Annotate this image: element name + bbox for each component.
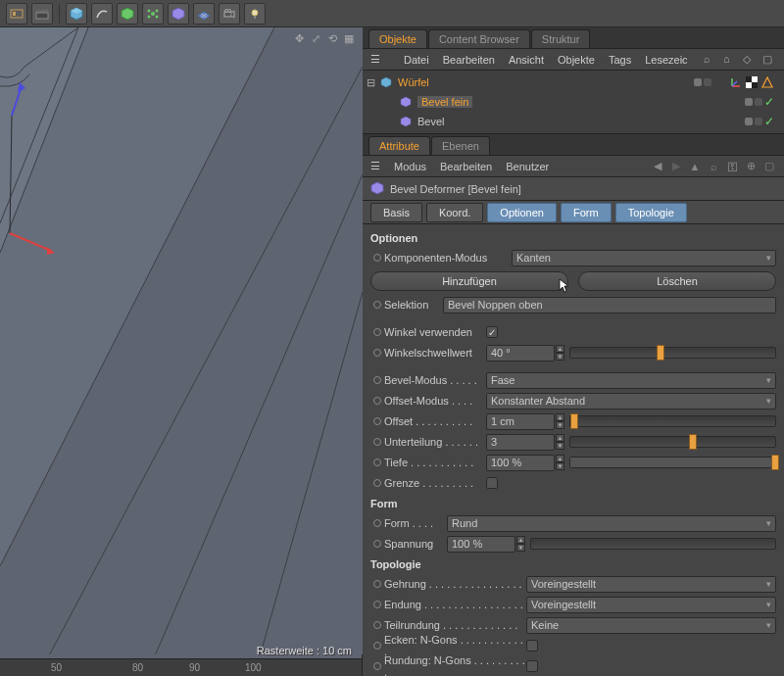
field-tiefe[interactable]: 100 % [486, 455, 555, 471]
checkbox-grenze[interactable] [486, 477, 498, 489]
layout-icon[interactable]: ☰ [370, 160, 380, 172]
tool-camera-icon[interactable] [219, 3, 240, 24]
spinner-tiefe[interactable]: ▲▼ [556, 455, 565, 470]
tab-ebenen[interactable]: Ebenen [431, 136, 490, 155]
button-hinzufuegen[interactable]: Hinzufügen [370, 271, 568, 291]
hierarchy-row-bevel[interactable]: Bevel ✓ [363, 112, 784, 131]
vis-editor-dot[interactable] [745, 98, 753, 106]
tool-floor-icon[interactable] [193, 3, 215, 24]
select-form[interactable]: Rund▾ [447, 515, 776, 532]
anim-dot[interactable] [373, 376, 381, 384]
vis-render-dot[interactable] [755, 118, 762, 125]
tab-struktur[interactable]: Struktur [531, 29, 591, 48]
eye-icon[interactable]: ⌂ [723, 53, 737, 67]
layout-icon[interactable]: ☰ [370, 53, 390, 66]
slider-offset[interactable] [569, 415, 776, 427]
anim-dot[interactable] [373, 519, 381, 527]
object-hierarchy[interactable]: ⊟ Würfel Bevel fein [363, 71, 784, 134]
spinner-unterteilung[interactable]: ▲▼ [556, 434, 565, 450]
menu-objekte[interactable]: Objekte [558, 54, 595, 66]
nav-fwd-icon[interactable]: ▶ [669, 160, 683, 173]
maximize-icon[interactable]: ▢ [762, 160, 776, 173]
field-selektion[interactable]: Bevel Noppen oben [443, 297, 776, 314]
warn-tag-icon[interactable] [760, 75, 774, 89]
tab-attribute[interactable]: Attribute [368, 136, 430, 155]
anim-dot[interactable] [373, 417, 381, 425]
menu-lesezeichen[interactable]: Lesezeic [645, 54, 687, 66]
anim-dot[interactable] [373, 301, 381, 309]
subtab-topologie[interactable]: Topologie [615, 203, 687, 222]
tool-light-icon[interactable] [244, 3, 266, 24]
vis-render-dot[interactable] [704, 78, 711, 86]
vp-layout-icon[interactable]: ▦ [342, 31, 356, 45]
anim-dot[interactable] [373, 540, 381, 548]
anim-dot[interactable] [373, 438, 381, 446]
menu-bearbeiten[interactable]: Bearbeiten [440, 161, 492, 172]
anim-dot[interactable] [373, 397, 381, 405]
search-icon[interactable]: ⌕ [707, 160, 720, 173]
menu-ansicht[interactable]: Ansicht [509, 54, 544, 66]
subtab-basis[interactable]: Basis [370, 203, 422, 222]
tab-content-browser[interactable]: Content Browser [428, 29, 530, 48]
vis-editor-dot[interactable] [745, 118, 753, 125]
tool-clapboard-icon[interactable] [31, 3, 53, 24]
anim-dot[interactable] [373, 459, 381, 466]
spinner-offset[interactable]: ▲▼ [556, 413, 565, 429]
tool-nurbs-icon[interactable] [117, 3, 138, 24]
tool-film-icon[interactable] [6, 3, 27, 24]
maximize-icon[interactable]: ▢ [762, 53, 776, 67]
hierarchy-row-wuerfel[interactable]: ⊟ Würfel [363, 72, 784, 92]
object-name[interactable]: Bevel [417, 116, 445, 127]
slider-winkelschwell[interactable] [569, 347, 776, 359]
new-icon[interactable]: ⊕ [744, 160, 758, 173]
tab-objekte[interactable]: Objekte [368, 29, 427, 48]
subtab-optionen[interactable]: Optionen [487, 203, 557, 222]
anim-dot[interactable] [373, 642, 381, 650]
vp-rotate-icon[interactable]: ⟲ [325, 31, 339, 45]
search-icon[interactable]: ⌕ [704, 53, 717, 67]
menu-benutzer[interactable]: Benutzer [506, 161, 549, 172]
checkbox-ecken-ngons[interactable] [526, 640, 538, 652]
field-unterteilung[interactable]: 3 [486, 434, 555, 451]
spinner-spannung[interactable]: ▲▼ [516, 536, 526, 552]
subtab-form[interactable]: Form [561, 203, 612, 222]
checker-tag-icon[interactable] [745, 75, 759, 89]
slider-tiefe[interactable] [569, 457, 776, 468]
slider-unterteilung[interactable] [569, 436, 776, 448]
enable-check-icon[interactable]: ✓ [764, 115, 774, 128]
object-name[interactable]: Bevel fein [417, 96, 472, 108]
field-offset[interactable]: 1 cm [486, 413, 555, 430]
anim-dot[interactable] [373, 621, 381, 629]
anim-dot[interactable] [373, 580, 381, 588]
menu-tags[interactable]: Tags [609, 54, 631, 66]
select-bevel-modus[interactable]: Fase▾ [486, 372, 776, 389]
checkbox-winkel-verwenden[interactable]: ✓ [486, 326, 498, 338]
select-endung[interactable]: Voreingestellt▾ [526, 597, 776, 613]
viewport[interactable]: ✥ ⤢ ⟲ ▦ Rasterweite : 10 cm 50 80 90 100 [0, 27, 363, 676]
tool-cloner-icon[interactable] [142, 3, 164, 24]
select-gehrung[interactable]: Voreingestellt▾ [526, 576, 776, 593]
menu-bearbeiten[interactable]: Bearbeiten [443, 54, 495, 66]
anim-dot[interactable] [373, 601, 381, 608]
menu-datei[interactable]: Datei [404, 54, 429, 66]
slider-spannung[interactable] [530, 538, 776, 550]
field-winkelschwell[interactable]: 40 ° [486, 345, 555, 362]
vp-pan-icon[interactable]: ✥ [292, 31, 306, 45]
anim-dot[interactable] [373, 349, 381, 357]
enable-check-icon[interactable]: ✓ [764, 95, 774, 109]
anim-dot[interactable] [373, 662, 381, 670]
spinner-winkelschwell[interactable]: ▲▼ [556, 345, 565, 361]
tool-spline-icon[interactable] [91, 3, 113, 24]
nav-back-icon[interactable]: ◀ [651, 160, 664, 173]
select-komponenten[interactable]: Kanten▾ [512, 250, 776, 266]
axis-tag-icon[interactable] [729, 75, 743, 89]
tool-deformer-icon[interactable] [168, 3, 189, 24]
object-name[interactable]: Würfel [398, 76, 429, 88]
select-offset-modus[interactable]: Konstanter Abstand▾ [486, 393, 776, 410]
vis-render-dot[interactable] [755, 98, 762, 106]
tool-cube-icon[interactable] [66, 3, 87, 24]
anim-dot[interactable] [373, 254, 381, 262]
vis-editor-dot[interactable] [694, 78, 702, 86]
lock-icon[interactable]: ⚿ [725, 160, 739, 173]
field-spannung[interactable]: 100 % [447, 536, 515, 553]
